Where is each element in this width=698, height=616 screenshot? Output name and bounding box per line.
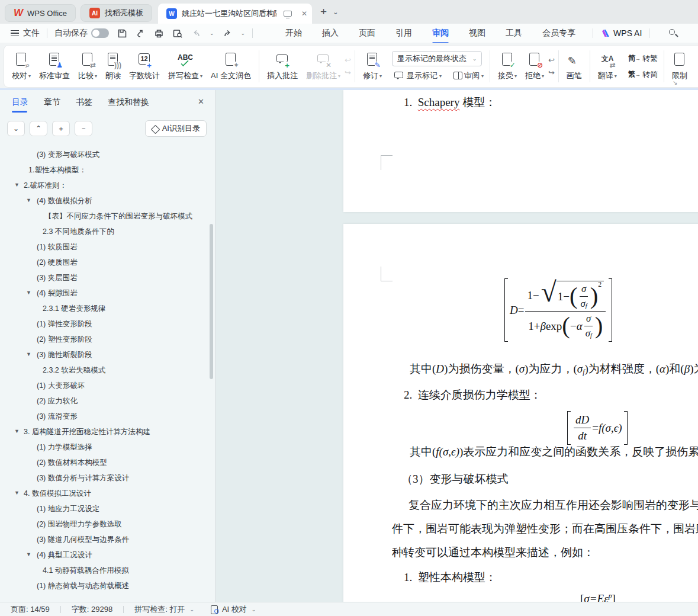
menu-tools[interactable]: 工具 — [496, 25, 532, 41]
hamburger-icon[interactable] — [11, 30, 19, 37]
toc-item[interactable]: ▼ (1) 弹性变形阶段 — [0, 316, 208, 332]
close-tab-icon[interactable]: ✕ — [301, 9, 307, 18]
print-icon[interactable] — [154, 28, 164, 38]
print-preview-icon[interactable] — [172, 28, 183, 38]
review-pane-button[interactable]: 审阅▾ — [451, 69, 486, 82]
wps-ai-button[interactable]: WPS AI — [600, 28, 642, 38]
toc-expand-all-button[interactable]: ＋ — [52, 121, 70, 136]
new-tab-button[interactable]: + — [320, 5, 327, 18]
save-icon[interactable] — [117, 28, 127, 38]
standard-review-button[interactable]: ♟ 标准审查 — [35, 50, 74, 84]
tab-list-chevron-icon[interactable]: ⌄ — [333, 8, 338, 16]
menu-reference[interactable]: 引用 — [385, 25, 422, 41]
toc-item[interactable]: ▼ (1) 大变形破坏 — [0, 378, 208, 393]
toc-item[interactable]: ▼ (4) 裂隙围岩 — [0, 285, 208, 301]
toc-item[interactable]: ▼ (2) 硬质围岩 — [0, 255, 208, 270]
tab-wps-home[interactable]: W WPS Office — [5, 4, 76, 22]
ai-recognize-toc-button[interactable]: AI识别目录 — [145, 120, 207, 137]
toc-item[interactable]: ▼ 4.1 动静荷载耦合作用模拟 — [0, 563, 208, 578]
toc-collapse-icon[interactable]: ▼ — [14, 490, 20, 496]
track-changes-button[interactable]: ✎ 修订▾ — [359, 50, 386, 84]
toc-item[interactable]: ▼ (3) 脆性断裂阶段 — [0, 347, 208, 362]
spell-check-status[interactable]: 拼写检查: 打开⌄ — [134, 604, 194, 615]
pen-button[interactable]: ✎ 画笔 — [562, 50, 586, 84]
toc-item[interactable]: ▼ 【表】不同应力条件下的围岩变形与破坏模式 — [0, 208, 208, 224]
toc-item[interactable]: ▼ 2.3.2 软岩失稳模式 — [0, 362, 208, 378]
toc-item[interactable]: ▼ (2) 应力软化 — [0, 393, 208, 409]
document-canvas[interactable]: 1. Schapery 模型： D= 1− √ — [215, 90, 698, 602]
sidebar-tab-toc[interactable]: 目录 — [12, 97, 28, 113]
restrict-edit-button[interactable]: 限制 — [668, 50, 691, 84]
toc-collapse-all-button[interactable]: － — [75, 121, 92, 136]
show-markup-button[interactable]: 显示标记▾ — [392, 69, 444, 82]
toc-item[interactable]: ▼ (3) 数值分析与计算方案设计 — [0, 470, 208, 486]
toc-collapse-icon[interactable]: ▼ — [14, 182, 20, 188]
previous-change-icon[interactable]: ↩ — [548, 56, 555, 65]
toc-item[interactable]: ▼ (4) 数值模拟分析 — [0, 193, 208, 208]
undo-icon[interactable] — [191, 29, 201, 38]
toc-item[interactable]: ▼ 2.3.1 硬岩变形规律 — [0, 301, 208, 316]
toc-item[interactable]: ▼ (1) 地应力工况设定 — [0, 501, 208, 516]
toc-item[interactable]: ▼ (3) 流滑变形 — [0, 409, 208, 424]
present-icon[interactable] — [284, 11, 292, 17]
word-count-button[interactable]: 12＋ 字数统计 — [125, 50, 164, 84]
proofread-button[interactable]: ⌕ 校对▾ — [8, 50, 35, 84]
close-sidebar-icon[interactable]: ✕ — [198, 97, 204, 106]
menu-home[interactable]: 开始 — [275, 25, 312, 41]
toc-item[interactable]: ▼ 1.塑性本构模型： — [0, 162, 208, 178]
compare-button[interactable]: ⇄ 比较▾ — [74, 50, 101, 84]
toc-item[interactable]: ▼ (1) 力学模型选择 — [0, 439, 208, 455]
group-expand-icon[interactable]: ↘ — [673, 79, 677, 86]
toc-item[interactable]: ▼ (3) 夹层围岩 — [0, 270, 208, 285]
delete-comment-button[interactable]: ✕ 删除批注▾ — [302, 50, 345, 84]
undo-chevron-icon[interactable]: ⌄ — [210, 30, 214, 36]
read-aloud-button[interactable]: ))) 朗读 — [101, 50, 125, 84]
search-icon[interactable] — [668, 28, 678, 38]
next-comment-icon[interactable]: ↪ — [345, 68, 351, 77]
ai-proofread-status[interactable]: AI 校对⌄ — [210, 604, 256, 615]
toc-item[interactable]: ▼ 4. 数值模拟工况设计 — [0, 486, 208, 501]
sidebar-scrollbar[interactable] — [210, 224, 213, 379]
traditional-to-simplified-button[interactable]: 繁→ 转简 — [626, 68, 660, 81]
toc-item[interactable]: ▼ (4) 典型工况设计 — [0, 547, 208, 563]
menu-member[interactable]: 会员专享 — [532, 25, 586, 41]
toc-collapse-icon[interactable]: ▼ — [26, 197, 31, 203]
menu-insert[interactable]: 插入 — [312, 25, 349, 41]
redo-chevron-icon[interactable]: ⌄ — [241, 30, 246, 36]
ai-polish-button[interactable]: ✦ AI 全文润色 — [207, 50, 255, 84]
toc-collapse-icon[interactable]: ▼ — [26, 351, 31, 357]
markup-state-dropdown[interactable]: 显示标记的最终状态⌄ — [392, 51, 482, 66]
toc-item[interactable]: ▼ (1) 静态荷载与动态荷载概述 — [0, 578, 208, 593]
sidebar-tab-chapter[interactable]: 章节 — [44, 97, 60, 113]
menu-view[interactable]: 视图 — [459, 25, 496, 41]
sidebar-tab-find-replace[interactable]: 查找和替换 — [108, 97, 149, 113]
file-menu[interactable]: 文件 — [23, 28, 40, 38]
toc-collapse-icon[interactable]: ▼ — [14, 428, 20, 434]
toc-collapse-icon[interactable]: ▼ — [26, 551, 31, 557]
toc-item[interactable]: ▼ (2) 围岩物理力学参数选取 — [0, 516, 208, 532]
autosave-control[interactable]: 自动保存 — [54, 28, 109, 38]
accept-button[interactable]: ✓ 接受▾ — [494, 50, 521, 84]
menu-page[interactable]: 页面 — [349, 25, 385, 41]
sidebar-tab-bookmark[interactable]: 书签 — [76, 97, 92, 113]
page-indicator[interactable]: 页面: 14/59 — [11, 604, 50, 615]
word-count-indicator[interactable]: 字数: 29298 — [72, 604, 112, 615]
document-page-1[interactable]: 1. Schapery 模型： — [343, 90, 698, 212]
toc-expand-down-button[interactable]: ⌄ — [7, 121, 25, 136]
export-icon[interactable] — [136, 28, 146, 38]
toc-item[interactable]: ▼ (2) 数值材料本构模型 — [0, 455, 208, 470]
tab-template-store[interactable]: AI 找稻壳模板 — [81, 4, 152, 22]
toc-item[interactable]: ▼ 2.3 不同地质条件下的 — [0, 224, 208, 239]
autosave-toggle[interactable] — [91, 28, 109, 38]
redo-icon[interactable] — [223, 29, 233, 38]
document-page-2[interactable]: D= 1− √ 1− ( σ σf — [343, 224, 698, 602]
toc-item[interactable]: ▼ 3. 盾构隧道开挖面稳定性计算方法构建 — [0, 424, 208, 439]
toc-item[interactable]: ▼ (2) 塑性变形阶段 — [0, 332, 208, 347]
spell-check-button[interactable]: ABC 拼写检查▾ — [164, 50, 207, 84]
toc-item[interactable]: ▼ (3) 隧道几何模型与边界条件 — [0, 532, 208, 547]
reject-button[interactable]: ⊘ 拒绝▾ — [521, 50, 548, 84]
toc-collapse-up-button[interactable]: ⌃ — [30, 121, 47, 136]
menu-review[interactable]: 审阅 — [422, 25, 459, 41]
toc-item[interactable]: ▼ 2.破坏准则： — [0, 178, 208, 193]
insert-comment-button[interactable]: ＋ 插入批注 — [263, 50, 302, 84]
